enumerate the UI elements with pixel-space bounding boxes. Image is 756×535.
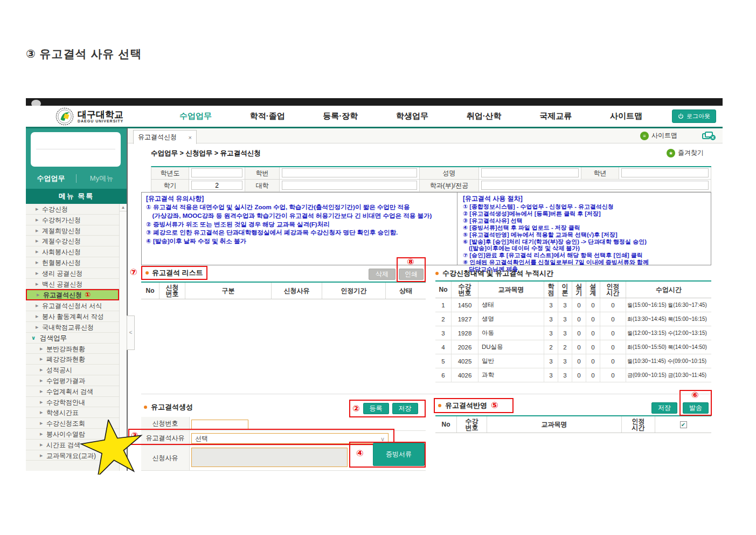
sidebar-menu-item[interactable]: 수업평가결과 [26,375,119,386]
sidebar-menu-item[interactable]: 수강신청 [26,204,119,215]
header-nav-item[interactable]: 학적·졸업 [250,111,285,121]
register-button[interactable]: 등록 [363,403,389,414]
notice-line: ① 유고결석 적용은 대면수업 및 실시간 Zoom 수업, 학습기간(출석인정… [146,203,453,212]
header-nav-item[interactable]: 학생업무 [396,111,428,121]
window-chrome [26,98,723,106]
sidebar-menu-item[interactable]: 검색업무 [26,333,119,344]
sidebar-menu-item[interactable]: 수강허가신청 [26,215,119,225]
university-emblem-icon [56,107,74,126]
university-logo[interactable]: 대구대학교 DAEGU UNIVERSITY [56,107,150,126]
favorite-button[interactable]: ★ 즐겨찾기 [667,148,704,157]
breadcrumb: 수업업무 > 신청업무 > 유고결석신청 [151,149,261,158]
semester-input[interactable] [191,181,242,190]
sidebar-menu-item[interactable]: 봉사 활동계획서 작성 [26,311,119,322]
sidebar-menu-item[interactable]: 사회봉사신청 [26,246,119,257]
header-nav-item[interactable]: 등록·장학 [323,111,358,121]
sidebar-menu-item[interactable]: 수강학점안내 [26,397,119,408]
grade-input[interactable] [621,168,709,177]
sidebar-menu-item[interactable]: 헌혈봉사신청 [26,257,119,268]
name-input[interactable] [481,168,579,177]
star-overlay [80,420,144,475]
bullet-icon [435,272,439,275]
bullet-icon [145,271,149,275]
department-input[interactable] [481,181,709,190]
sidebar-menu-item[interactable]: 수업계획서 검색 [26,386,119,397]
sidebar-menu-item[interactable]: 백신 공결신청 [26,279,119,290]
annotation-7: ⑦ [130,268,137,277]
column-header: 이 론 [558,282,572,298]
label-name: 성명 [420,167,479,180]
header-nav-item[interactable]: 취업·산학 [467,111,502,121]
column-header: 인정기간 [322,283,386,299]
sitemap-shortcut[interactable]: ≡ 사이트맵 [640,131,677,140]
page-title: ③ 유고결석 사유 선택 [26,46,142,61]
logout-button[interactable]: 로그아웃 [672,109,716,123]
column-header: 인정 시간 [600,282,626,298]
sidebar-menu-item[interactable]: 유고결석신청① [26,289,119,300]
create-save-button[interactable]: 저장 [392,403,418,414]
close-all-tabs-icon[interactable] [702,132,716,141]
sidebar-menu-item[interactable]: 분반강좌현황 [26,344,119,354]
notice-line: ([발송]이후에는 데이터 수정 및 삭제 불가) [463,245,705,252]
sidebar-menu-item[interactable]: 성적공시 [26,365,119,375]
header-nav-item[interactable]: 수업업무 [179,111,212,121]
power-icon [678,113,684,119]
column-header: 학 점 [544,282,558,298]
sidebar-menu-item[interactable]: 폐강강좌현황 [26,354,119,365]
annotation-4: ④ [356,449,364,458]
sidebar-tab-course-work[interactable]: 수업업무 [26,174,76,183]
column-header: 구분 [185,283,272,299]
sidebar-user-box [31,132,121,167]
sidebar-tab-my-menu[interactable]: My메뉴 [77,174,127,183]
header-nav-item[interactable]: 국제교류 [539,111,572,121]
annotation-badge: ① [85,291,91,299]
absence-list-empty-body [141,299,426,380]
year-input[interactable] [191,168,242,177]
column-header: 수업시간 [626,282,711,298]
apply-save-button[interactable]: 저장 [651,402,677,414]
sidebar-menu-item[interactable]: 계절수강신청 [26,236,119,246]
create-buttons-annotation-box: ② 등록 저장 [349,400,426,417]
course-table-title: 수강신청내역 및 유고결석 누적시간 [442,269,553,278]
app-window: 대구대학교 DAEGU UNIVERSITY 수업업무학적·졸업등록·장학학생업… [26,98,723,471]
request-no-input[interactable] [191,420,248,429]
notice-line: ① [종합정보시스템] - 수업업무 - 신청업무 - 유고결석신청 [463,203,705,210]
column-header-checkbox: ✔ [655,416,711,433]
absence-list-title: 유고결석 리스트 [152,268,203,278]
table-row: 4 2026 DU실용 2 2 0 0 0 화(15:00~15:50) 목(1… [435,340,711,354]
sidebar-menu-item[interactable]: 국내학점교류신청 [26,322,119,333]
student-info-form: 학년도 학번 성명 학년 학기 대학 학과(부)/전공 [151,166,711,192]
scroll-up-icon[interactable]: ▲ [120,204,127,211]
create-section-title: 유고결석생성 [151,402,193,412]
notice-line: ⑧ 인쇄된 유고결석확인서를 신청일로부터 7일 이내에 증빙서류와 함께 [463,259,705,266]
sidebar-collapse-handle[interactable]: < [127,315,135,350]
send-button[interactable]: 발송 [683,402,709,414]
sidebar-tabs: 수업업무 My메뉴 [26,170,127,187]
column-header: No [435,416,457,433]
student-id-input[interactable] [282,168,417,177]
sidebar-menu-title: 메뉴 목록 [26,189,127,204]
column-header: 실 기 [572,282,586,298]
attachment-button[interactable]: 증빙서류 [373,443,425,466]
delete-button[interactable]: 삭제 [369,269,396,280]
detail-reason-input[interactable] [191,448,348,467]
sidebar-menu-item[interactable]: 생리 공결신청 [26,268,119,279]
notice-line: ⑤ [유고결석반영] 메뉴에서 적용할 교과목 선택(√)후 [저장] [463,231,705,238]
notice-line: ③ 폐강으로 인한 유고결석은 단과대학행정실에서 폐강과목 수강신청자 명단 … [146,229,453,237]
table-row: 6 4026 과학 3 3 0 0 0 금(09:00~10:15) 금(10:… [435,368,711,382]
college-input[interactable] [282,181,417,190]
sidebar-menu-item[interactable]: 유고결석신청서 서식 [26,300,119,311]
bullet-icon [438,404,441,407]
sidebar-menu-item[interactable]: 계절희망신청 [26,225,119,236]
notice-line: ③ [유고결석사유] 선택 [463,217,705,224]
notice-procedure-title: [유고결석 사용 절차] [463,194,705,203]
table-row: 5 4025 일반 3 3 0 0 0 월(10:30~11:45) 수(09:… [435,354,711,368]
header-nav-item[interactable]: 사이트맵 [610,111,642,121]
column-header: 교과목명 [478,282,544,298]
print-button[interactable]: 인쇄 [399,269,424,280]
select-all-checkbox[interactable]: ✔ [680,421,687,428]
absence-list-table: No신청 번호구분신청사유인정기간상태 [141,282,426,380]
sidebar-menu-item[interactable]: 학생시간표 [26,407,119,418]
tab-close-icon[interactable]: × [189,134,192,141]
tab-absence-request[interactable]: 유고결석신청 × [133,130,197,144]
